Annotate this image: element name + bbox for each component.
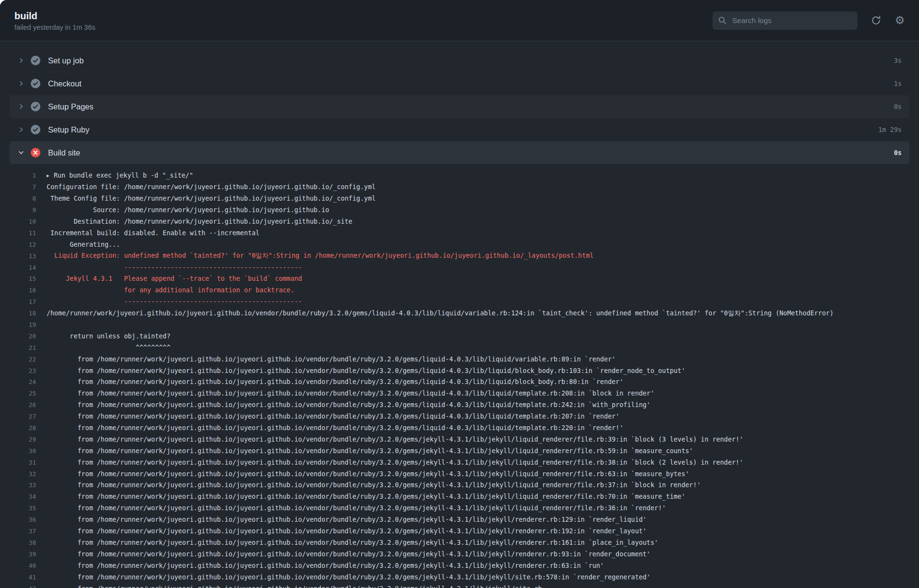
log-line-number[interactable]: 16 <box>0 287 36 294</box>
chevron-right-icon <box>17 103 25 110</box>
log-line-text: from /home/runner/work/juyeori.github.io… <box>47 390 654 397</box>
log-line-text: from /home/runner/work/juyeori.github.io… <box>47 367 685 374</box>
log-line[interactable]: 37 ▶ from /home/runner/work/juyeori.gith… <box>0 526 919 537</box>
log-line[interactable]: 23 ▶ from /home/runner/work/juyeori.gith… <box>0 365 919 376</box>
log-line-number[interactable]: 8 <box>0 195 36 202</box>
log-line-text: from /home/runner/work/juyeori.github.io… <box>47 470 689 478</box>
log-line[interactable]: 30 ▶ from /home/runner/work/juyeori.gith… <box>0 445 919 456</box>
log-line[interactable]: 32 ▶ from /home/runner/work/juyeori.gith… <box>0 468 919 480</box>
log-line-text: ----------------------------------------… <box>47 264 302 271</box>
log-line-number[interactable]: 17 <box>0 298 36 305</box>
log-line-text: from /home/runner/work/juyeori.github.io… <box>47 585 542 588</box>
log-line-text: from /home/runner/work/juyeori.github.io… <box>47 574 651 581</box>
log-line[interactable]: 42 ▶ from /home/runner/work/juyeori.gith… <box>0 583 919 588</box>
log-line-number[interactable]: 26 <box>0 401 36 408</box>
log-line-number[interactable]: 11 <box>0 229 36 237</box>
log-line[interactable]: 1 ▶ Run bundle exec jekyll b -d "_site/" <box>0 170 919 181</box>
chevron-right-icon <box>17 126 25 133</box>
log-line-text: from /home/runner/work/juyeori.github.io… <box>47 459 743 466</box>
log-line-number[interactable]: 40 <box>0 562 36 569</box>
log-line[interactable]: 39 ▶ from /home/runner/work/juyeori.gith… <box>0 548 919 560</box>
log-line[interactable]: 15 ▶ Jekyll 4.3.1 Please append `--trace… <box>0 273 919 285</box>
log-line-text: from /home/runner/work/juyeori.github.io… <box>47 504 666 512</box>
search-logs-box[interactable] <box>713 12 858 30</box>
log-line-number[interactable]: 30 <box>0 447 36 455</box>
log-line-number[interactable]: 15 <box>0 275 36 282</box>
log-line[interactable]: 33 ▶ from /home/runner/work/juyeori.gith… <box>0 480 919 491</box>
log-line-number[interactable]: 12 <box>0 241 36 248</box>
log-line[interactable]: 7 ▶ Configuration file: /home/runner/wor… <box>0 181 919 193</box>
log-line[interactable]: 27 ▶ from /home/runner/work/juyeori.gith… <box>0 411 919 422</box>
log-line[interactable]: 11 ▶ Incremental build: disabled. Enable… <box>0 227 919 239</box>
settings-button[interactable]: ⚙ <box>894 15 906 26</box>
log-line-number[interactable]: 23 <box>0 367 36 374</box>
log-line-number[interactable]: 20 <box>0 333 36 340</box>
log-line[interactable]: 29 ▶ from /home/runner/work/juyeori.gith… <box>0 433 919 445</box>
log-line[interactable]: 40 ▶ from /home/runner/work/juyeori.gith… <box>0 560 919 571</box>
log-line[interactable]: 28 ▶ from /home/runner/work/juyeori.gith… <box>0 422 919 434</box>
log-line-number[interactable]: 19 <box>0 321 36 328</box>
log-line-number[interactable]: 37 <box>0 528 36 535</box>
log-line-number[interactable]: 27 <box>0 413 36 420</box>
log-line[interactable]: 14 ▶ -----------------------------------… <box>0 262 919 273</box>
log-line-number[interactable]: 21 <box>0 344 36 351</box>
log-line[interactable]: 26 ▶ from /home/runner/work/juyeori.gith… <box>0 399 919 411</box>
log-line-text: from /home/runner/work/juyeori.github.io… <box>47 516 647 523</box>
log-line-number[interactable]: 34 <box>0 493 36 500</box>
step-row[interactable]: Set up job 3s <box>10 49 909 72</box>
log-line-number[interactable]: 32 <box>0 470 36 478</box>
log-line-number[interactable]: 31 <box>0 459 36 466</box>
log-line-number[interactable]: 38 <box>0 539 36 546</box>
log-line[interactable]: 31 ▶ from /home/runner/work/juyeori.gith… <box>0 456 919 468</box>
log-line-number[interactable]: 35 <box>0 504 36 512</box>
log-line[interactable]: 38 ▶ from /home/runner/work/juyeori.gith… <box>0 537 919 549</box>
log-line-number[interactable]: 41 <box>0 574 36 581</box>
log-line-number[interactable]: 29 <box>0 436 36 443</box>
log-line[interactable]: 36 ▶ from /home/runner/work/juyeori.gith… <box>0 514 919 526</box>
log-line[interactable]: 35 ▶ from /home/runner/work/juyeori.gith… <box>0 503 919 514</box>
log-line-number[interactable]: 28 <box>0 424 36 432</box>
refresh-button[interactable] <box>870 15 882 26</box>
log-line-number[interactable]: 14 <box>0 264 36 271</box>
log-line-number[interactable]: 25 <box>0 390 36 397</box>
log-line[interactable]: 16 ▶ for any additional information or b… <box>0 285 919 296</box>
step-name: Checkout <box>48 79 82 88</box>
log-line-number[interactable]: 18 <box>0 310 36 317</box>
log-line[interactable]: 25 ▶ from /home/runner/work/juyeori.gith… <box>0 388 919 399</box>
step-row[interactable]: Checkout 1s <box>10 72 909 95</box>
log-line-number[interactable]: 10 <box>0 218 36 225</box>
log-line[interactable]: 13 ▶ Liquid Exception: undefined method … <box>0 250 919 262</box>
search-input[interactable] <box>731 16 852 25</box>
log-line[interactable]: 41 ▶ from /home/runner/work/juyeori.gith… <box>0 571 919 583</box>
log-line[interactable]: 9 ▶ Source: /home/runner/work/juyeori.gi… <box>0 204 919 216</box>
log-line[interactable]: 19 ▶ <box>0 319 919 331</box>
log-line[interactable]: 24 ▶ from /home/runner/work/juyeori.gith… <box>0 376 919 388</box>
log-line-text: from /home/runner/work/juyeori.github.io… <box>47 562 604 569</box>
log-line[interactable]: 22 ▶ from /home/runner/work/juyeori.gith… <box>0 353 919 365</box>
log-line-number[interactable]: 13 <box>0 252 36 260</box>
log-line-text: Theme Config file: /home/runner/work/juy… <box>47 195 375 202</box>
log-line[interactable]: 12 ▶ Generating... <box>0 239 919 250</box>
log-line[interactable]: 34 ▶ from /home/runner/work/juyeori.gith… <box>0 491 919 503</box>
log-line[interactable]: 8 ▶ Theme Config file: /home/runner/work… <box>0 193 919 204</box>
log-line-number[interactable]: 33 <box>0 481 36 489</box>
log-line[interactable]: 18 ▶ /home/runner/work/juyeori.github.io… <box>0 308 919 319</box>
step-row[interactable]: Build site 0s <box>10 141 909 164</box>
step-row[interactable]: Setup Pages 0s <box>10 95 909 118</box>
log-line[interactable]: 21 ▶ ^^^^^^^^^ <box>0 342 919 353</box>
log-line-number[interactable]: 22 <box>0 356 36 363</box>
log-line-number[interactable]: 42 <box>0 585 36 588</box>
log-line-number[interactable]: 9 <box>0 206 36 214</box>
log-line-number[interactable]: 7 <box>0 183 36 191</box>
log-line-text: /home/runner/work/juyeori.github.io/juye… <box>47 309 834 318</box>
log-line[interactable]: 20 ▶ return unless obj.tainted? <box>0 330 919 342</box>
log-line-number[interactable]: 39 <box>0 551 36 558</box>
step-duration: 3s <box>894 57 902 64</box>
log-line[interactable]: 17 ▶ -----------------------------------… <box>0 296 919 308</box>
log-line[interactable]: 10 ▶ Destination: /home/runner/work/juye… <box>0 216 919 228</box>
success-check-icon <box>31 56 40 65</box>
log-line-number[interactable]: 1 <box>0 172 36 179</box>
log-line-number[interactable]: 24 <box>0 378 36 385</box>
log-line-number[interactable]: 36 <box>0 516 36 523</box>
step-row[interactable]: Setup Ruby 1m 29s <box>10 118 909 141</box>
